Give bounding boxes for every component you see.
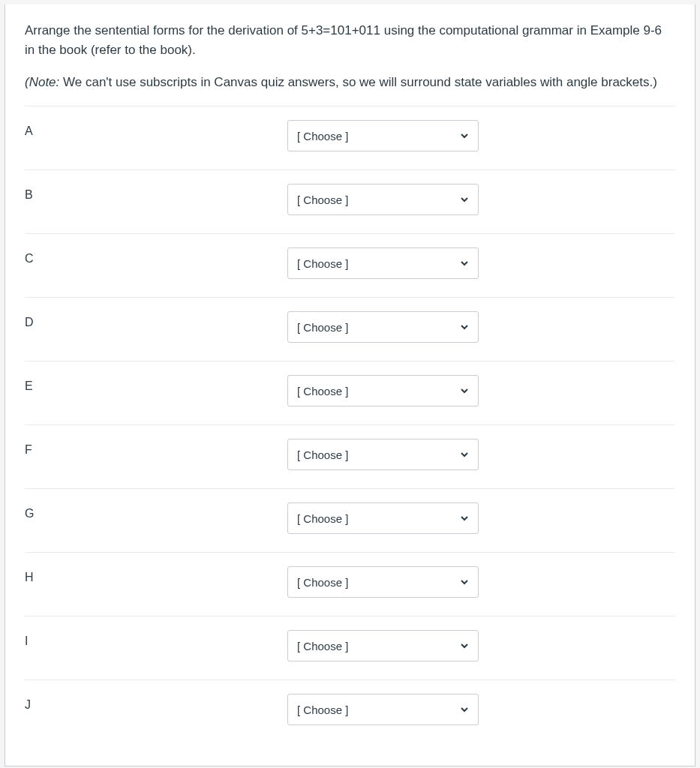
match-label: J: [25, 694, 287, 712]
match-label: A: [25, 120, 287, 138]
match-row: G [ Choose ]: [25, 488, 675, 552]
question-prompt: Arrange the sentential forms for the der…: [25, 21, 675, 61]
question-note: (Note: We can't use subscripts in Canvas…: [25, 73, 675, 92]
match-select-wrap: [ Choose ]: [287, 120, 479, 152]
match-dropdown-j[interactable]: [ Choose ]: [287, 694, 479, 725]
match-dropdown-b[interactable]: [ Choose ]: [287, 184, 479, 215]
match-row: D [ Choose ]: [25, 297, 675, 361]
match-select-wrap: [ Choose ]: [287, 439, 479, 470]
question-card: Arrange the sentential forms for the der…: [5, 4, 695, 766]
match-dropdown-h[interactable]: [ Choose ]: [287, 566, 479, 598]
match-label: B: [25, 184, 287, 202]
match-select-wrap: [ Choose ]: [287, 375, 479, 406]
match-select-wrap: [ Choose ]: [287, 630, 479, 662]
match-label: H: [25, 566, 287, 584]
match-dropdown-d[interactable]: [ Choose ]: [287, 311, 479, 343]
match-dropdown-f[interactable]: [ Choose ]: [287, 439, 479, 470]
match-label: I: [25, 630, 287, 648]
match-select-wrap: [ Choose ]: [287, 566, 479, 598]
match-row: J [ Choose ]: [25, 680, 675, 743]
match-select-wrap: [ Choose ]: [287, 248, 479, 279]
match-label: F: [25, 439, 287, 457]
question-text: Arrange the sentential forms for the der…: [25, 21, 675, 92]
match-row: B [ Choose ]: [25, 170, 675, 233]
match-label: C: [25, 248, 287, 266]
match-row: A [ Choose ]: [25, 106, 675, 170]
match-select-wrap: [ Choose ]: [287, 694, 479, 725]
question-note-prefix: (Note:: [25, 75, 59, 89]
matching-answers: A [ Choose ] B [ Choose ]: [25, 106, 675, 743]
match-select-wrap: [ Choose ]: [287, 184, 479, 215]
match-dropdown-a[interactable]: [ Choose ]: [287, 120, 479, 152]
page-root: Arrange the sentential forms for the der…: [0, 0, 700, 768]
match-dropdown-g[interactable]: [ Choose ]: [287, 502, 479, 534]
match-row: E [ Choose ]: [25, 361, 675, 424]
match-dropdown-e[interactable]: [ Choose ]: [287, 375, 479, 406]
question-inner: Arrange the sentential forms for the der…: [5, 4, 695, 766]
match-row: C [ Choose ]: [25, 233, 675, 297]
match-row: F [ Choose ]: [25, 424, 675, 488]
match-row: I [ Choose ]: [25, 616, 675, 680]
match-row: H [ Choose ]: [25, 552, 675, 616]
match-label: G: [25, 502, 287, 520]
match-dropdown-i[interactable]: [ Choose ]: [287, 630, 479, 662]
match-label: E: [25, 375, 287, 393]
question-note-body: We can't use subscripts in Canvas quiz a…: [59, 75, 657, 89]
match-dropdown-c[interactable]: [ Choose ]: [287, 248, 479, 279]
match-select-wrap: [ Choose ]: [287, 311, 479, 343]
match-select-wrap: [ Choose ]: [287, 502, 479, 534]
match-label: D: [25, 311, 287, 329]
